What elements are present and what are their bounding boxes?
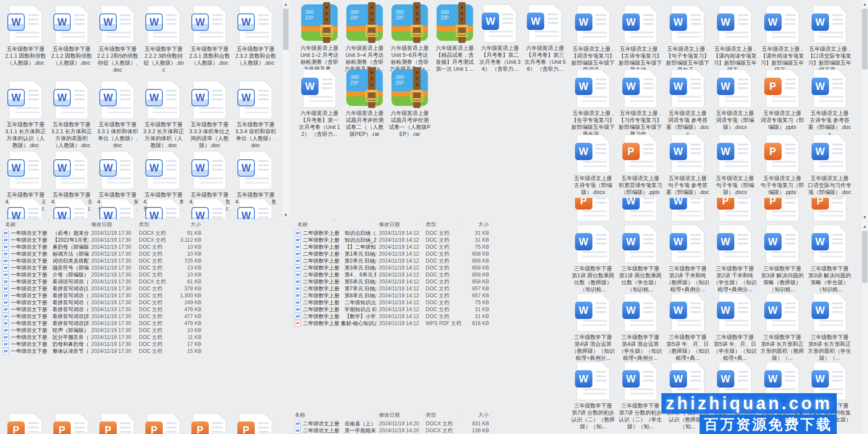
file-item[interactable]: 360 ZIP 五年级数学下册 3.3.1 体积和体积单位（人教版）.doc — [95, 81, 141, 149]
list-row[interactable]: W二年级数学上册 第4 、6单元 归纳... 2024/11/19 14:12 … — [292, 271, 503, 278]
file-item[interactable] — [711, 198, 759, 221]
column-date[interactable]: 修改日期 — [89, 221, 136, 228]
file-item[interactable]: 五年级语文上册 句子专项 参考答案（部编版）.docx — [664, 135, 711, 203]
list-row[interactable]: W二年级数学上册 第5单元 归纳总结（... 2024/11/19 14:12 … — [292, 278, 503, 285]
file-item[interactable]: 三年级数学下册 第5讲 年、月、日（学生版）（知识梳理+典... — [711, 293, 759, 362]
file-item[interactable]: 360 ZIP 五年级数学下册 3.3.4 容积和容积单位（人教版）.doc — [233, 81, 279, 149]
file-item[interactable]: 360 ZIP 六年级英语上册 【月考卷】第一次月考卷（Unit 12） （含听… — [297, 69, 342, 138]
file-item[interactable]: 五年级语文上册 句子专项（部编版）.docx — [711, 135, 759, 203]
column-date[interactable]: 修改日期 — [376, 221, 423, 228]
column-name[interactable]: 名称^ — [0, 221, 89, 228]
file-item[interactable]: 三年级数学下册 第7讲 分数的初步认识（二）（学生版）（知... — [617, 362, 664, 430]
file-item[interactable]: 三年级数学下册 第3讲 解决问题的策略（学生版）（知识梳... — [806, 225, 853, 293]
file-item[interactable] — [49, 413, 95, 434]
list-row[interactable]: W一年级语文下册 轻声（部编版）.doc 2024/11/19 17:30 DO… — [0, 327, 281, 334]
column-name[interactable]: 名称^ — [292, 221, 376, 228]
file-item[interactable]: 五年级语文上册 .【句子专项复习】新部编版五年级下册句子... — [664, 5, 711, 73]
column-size[interactable]: 大小 — [463, 221, 492, 228]
file-item[interactable] — [664, 198, 711, 221]
file-item[interactable]: 360 ZIP 六年级英语上册 试题月考评价测试卷一（人教版PEP）.rar — [387, 69, 432, 138]
file-item[interactable]: 360 ZIP 五年级数学下册 2.2.2 3的倍数特征（人教版）.doc — [141, 5, 187, 73]
list-row[interactable]: W二年级数学上册 第3单元 归纳总结（... 2024/11/19 14:12 … — [292, 264, 503, 271]
file-item[interactable] — [569, 198, 617, 221]
file-item[interactable]: 360 ZIP 六年级英语上册 【月考卷】第二次月考卷（Unit 34） （含听… — [477, 4, 523, 72]
scroll-up-icon[interactable]: ▲ — [861, 1, 868, 7]
file-item[interactable]: 360 ZIP 五年级数学下册 3.2.1 长方体和正方体的表面积（人教版）.d… — [49, 81, 95, 149]
file-item[interactable]: 三年级数学下册 第7讲 分数的初步认识（二）（教师版）（知... — [569, 362, 617, 430]
list-row[interactable]: W二年级数学上册 第1单元 归纳总结（... 2024/11/19 14:12 … — [292, 250, 503, 257]
file-item[interactable]: 360 ZIP 六年级英语上册 Unit 1~2 月考达标检测卷（含听力音频及素… — [297, 4, 342, 72]
file-item[interactable]: 360 ZIP 五年级数学下册 3.1.1 长方体和正方体的认识（人教版）.do… — [3, 81, 49, 149]
file-item[interactable]: 360 ZIP 五年级数学下册 2.1.2 因数和倍数（人教版）.doc — [49, 5, 95, 73]
file-item[interactable]: 360 ZIP 五年级数学下册 2.3.2 质数和合数（人教版）.doc — [233, 5, 279, 73]
file-item[interactable]: 五年级语文上册 词语专项复习（部编版）.pptx — [759, 69, 806, 138]
right-bottom-scrollbar[interactable]: ▲ — [861, 222, 868, 434]
file-item[interactable]: 三年级数学下册 第4讲 混合运算（学生版）（知识梳理+典例分... — [617, 293, 664, 362]
file-item[interactable]: 360 ZIP 六年级英语上册 Unit 3~4 月考达标检测卷（含听力音频及素… — [342, 4, 387, 72]
list-row[interactable]: W二年级数学上册 学期知识点 8页（人... 2024/11/19 14:12 … — [292, 306, 503, 313]
list-row[interactable]: W一年级语文下册 看拼音写词语（田字格... 2024/11/19 17:30 … — [0, 306, 281, 313]
file-item[interactable]: 五年级语文上册 .【口语交际专项复习】新部编版五年级下册... — [806, 5, 853, 73]
file-item[interactable]: 三年级数学下册 第5讲 年、月、日（教师版）（知识梳理+典... — [664, 293, 711, 362]
list-row[interactable]: W一年级语文下册 介母（部编版）.doc 2024/11/19 17:30 DO… — [0, 271, 281, 278]
file-item[interactable]: 三年级数学下册 第6讲 长方形和正方形的面积（学生版）（... — [806, 293, 853, 362]
file-item[interactable]: 360 ZIP 五年级数学下册 2.2.1 2和5的倍数特征（人教版）.doc — [95, 5, 141, 73]
file-item[interactable]: 三年级数学下册 第3讲 解决问题的策略（教师版）（知识梳... — [759, 225, 806, 293]
list-row[interactable]: W一年级语文下册 看拼音写词语（部编版... 2024/11/19 17:30 … — [0, 299, 281, 306]
file-item[interactable] — [187, 413, 233, 434]
file-item[interactable] — [617, 198, 664, 221]
file-item[interactable]: 三年级数学下册 第2讲 千米和吨（教师版）（知识梳理+典例分... — [664, 225, 711, 293]
scrollbar-thumb[interactable] — [862, 9, 868, 69]
file-item[interactable] — [3, 413, 49, 434]
column-date[interactable]: 修改日期 — [376, 411, 423, 419]
list-row[interactable]: W一年级语文下册 区分平翘舌音（部编版... 2024/11/19 17:30 … — [0, 334, 281, 341]
right-top-scrollbar[interactable]: ▲ ▼ — [861, 0, 868, 221]
list-row[interactable]: W一年级语文下册 标调方法（部编版）.doc 2024/11/19 17:30 … — [0, 250, 281, 257]
scroll-up-icon[interactable]: ▲ — [282, 1, 289, 7]
scroll-down-icon[interactable]: ▼ — [282, 212, 289, 218]
file-item[interactable] — [806, 198, 853, 221]
file-item[interactable]: 五年级语文上册 句子专项复习（部编版）.pptx — [759, 135, 806, 203]
scroll-down-icon[interactable]: ▼ — [861, 214, 868, 220]
file-item[interactable]: 三年级数学下册 第2讲 千米和吨（学生版）（知识梳理+典例分... — [711, 225, 759, 293]
list-row[interactable]: W二年级数学上册 第8单元 归纳总结（... 2024/11/19 14:12 … — [292, 292, 503, 299]
file-item[interactable]: 五年级语文上册 古诗专项（部编版）.docx — [569, 135, 617, 203]
list-row[interactable]: W一年级语文下册 看拼音写词语(田字格A... 2024/11/19 17:30… — [0, 320, 281, 327]
column-name[interactable]: 名称 — [292, 411, 376, 419]
list-row[interactable]: W一年级语文下册 词语归类及搭配（部编... 2024/11/19 17:30 … — [0, 257, 281, 264]
list-row[interactable]: W二年级数学上册 第7单元 归纳总结（... 2024/11/19 14:12 … — [292, 285, 503, 292]
file-item[interactable]: 五年级语文上册 .【课外阅读专项复习】新部编版五年级下... — [759, 5, 806, 73]
file-item[interactable]: 360 ZIP 六年级英语上册 【月考卷】第三次月考卷（Unit 56） （含听… — [523, 4, 568, 72]
file-item[interactable]: 五年级语文上册 积累背诵专项复习（部编版）.pptx — [617, 135, 664, 203]
file-item[interactable]: 五年级语文上册 .【古诗专项复习】新部编版五年级下册古诗... — [617, 5, 664, 73]
list-row[interactable]: W二年级语文上册 在南县（上）期末模... 2024/11/19 14:20 D… — [292, 420, 503, 427]
column-size[interactable]: 大小 — [175, 221, 204, 228]
column-size[interactable]: 大小 — [463, 411, 492, 419]
list-row[interactable]: W二年级数学上册 【数学】小学二年级数... 2024/11/19 14:12 … — [292, 313, 503, 320]
file-item[interactable]: 五年级语文上册 词语专项 参考答案（部编版）.docx — [664, 69, 711, 138]
file-item[interactable] — [3, 199, 49, 219]
file-item[interactable]: 360 ZIP 六年级英语上册 Unit 5~6月考达标检测卷（含听力音频及素材… — [387, 4, 432, 72]
file-item[interactable]: 360 ZIP 六年级英语上册 【精品试卷，含音频】月考测试 第一次 Unit … — [432, 4, 477, 72]
list-row[interactable]: W一年级语文下册 鼻韵母（部编版）.doc 2024/11/19 17:30 D… — [0, 243, 281, 250]
list-row[interactable]: W一年级语文下册 【2022年1月更新】1... 2024/11/19 17:3… — [0, 237, 281, 243]
file-item[interactable]: 五年级语文上册 .【生字专项复习】新部编版五年级下册生字... — [569, 69, 617, 138]
file-item[interactable] — [759, 198, 806, 221]
file-item[interactable]: 五年级语文上册 .【课内阅读专项复习】新部编版五年级下... — [711, 5, 759, 73]
list-row[interactable]: W一年级语文下册 （必考）期末分类复习... 2024/11/19 17:30 … — [0, 230, 281, 237]
scrollbar-thumb[interactable] — [283, 9, 289, 50]
file-item[interactable]: 360 ZIP 六年级英语上册 试题月考评价测试卷二（（人教版PEP）.rar — [342, 69, 387, 138]
column-type[interactable]: 类型 — [423, 221, 463, 228]
list-row[interactable]: W一年级语文下册 整体认读音节（部编版... 2024/11/19 17:30 … — [0, 348, 281, 355]
list-row[interactable]: W一年级语文下册 看词语写词语（8页）... 2024/11/19 17:30 … — [0, 278, 281, 285]
file-item[interactable]: 360 ZIP 五年级数学下册 3.3.3 体积单位之间的进率（人教版）.doc — [187, 81, 233, 149]
list-row[interactable]: W二年级数学上册 二年级知识点归纳（... 2024/11/19 14:12 D… — [292, 299, 503, 306]
file-item[interactable] — [95, 199, 141, 219]
file-item[interactable]: 三年级数学下册 第1讲 两位数乘两位数（教师版）（知识梳... — [569, 225, 617, 293]
file-item[interactable] — [187, 199, 233, 219]
file-item[interactable]: 360 ZIP 五年级数学下册 2.3.1 质数和合数（人教版）.doc — [187, 5, 233, 73]
list-row[interactable]: W一年级语文下册 看拼音写词语(田字格)... 2024/11/19 17:30… — [0, 313, 281, 320]
file-item[interactable] — [49, 199, 95, 219]
list-row[interactable]: W二年级数学上册 知识点归纳（人教版... 2024/11/19 14:12 D… — [292, 230, 503, 237]
file-item[interactable]: 360 ZIP 五年级数学下册 2.1.1 因数和倍数（人教版）.doc — [3, 5, 49, 73]
